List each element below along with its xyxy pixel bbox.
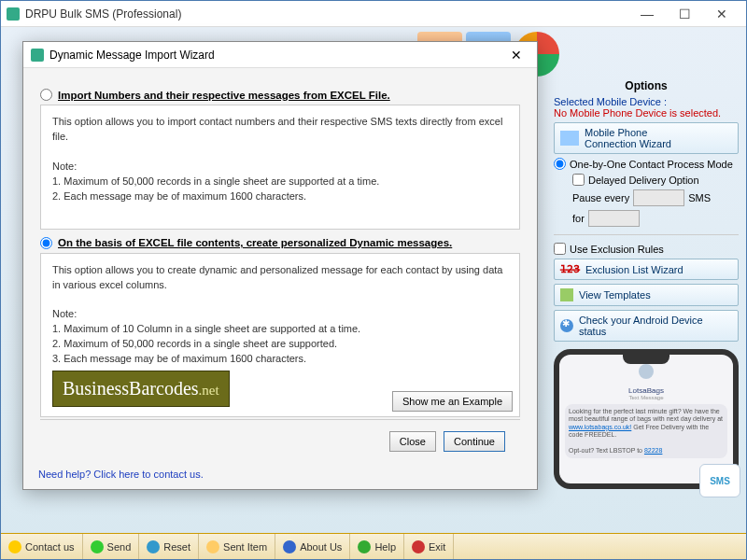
maximize-button[interactable]: ☐ xyxy=(666,2,703,26)
option1-radio[interactable] xyxy=(40,89,52,101)
dialog-close-button[interactable]: ✕ xyxy=(503,48,529,63)
reset-button[interactable]: Reset xyxy=(139,534,199,559)
show-example-button[interactable]: Show me an Example xyxy=(392,391,513,412)
option1-details: This option allows you to import contact… xyxy=(40,105,520,230)
dialog-body: Import Numbers and their respective mess… xyxy=(23,68,537,465)
delayed-delivery-check[interactable]: Delayed Delivery Option xyxy=(554,174,739,186)
option2-label: On the basis of EXCEL file contents, cre… xyxy=(58,237,452,248)
phone-sender: LotsaBags xyxy=(565,386,727,395)
dialog-divider xyxy=(40,419,520,420)
process-mode-radio[interactable]: One-by-One Contact Process Mode xyxy=(554,158,739,170)
info-icon xyxy=(283,540,296,553)
option1-header[interactable]: Import Numbers and their respective mess… xyxy=(40,89,520,101)
phone-meta: Text Message xyxy=(565,395,727,400)
connection-wizard-button[interactable]: Mobile PhoneConnection Wizard xyxy=(554,122,739,154)
titlebar: DRPU Bulk SMS (Professional) — ☐ ✕ xyxy=(1,1,746,27)
window-title: DRPU Bulk SMS (Professional) xyxy=(25,7,628,21)
one-by-one-radio[interactable] xyxy=(554,158,566,170)
help-button[interactable]: Help xyxy=(350,534,404,559)
options-title: Options xyxy=(554,79,739,92)
option2-header[interactable]: On the basis of EXCEL file contents, cre… xyxy=(40,237,520,249)
option2-radio[interactable] xyxy=(40,237,52,249)
continue-button[interactable]: Continue xyxy=(444,431,505,452)
dialog-icon xyxy=(31,49,44,62)
delayed-checkbox[interactable] xyxy=(572,174,585,186)
option1-label: Import Numbers and their respective mess… xyxy=(58,90,390,101)
pause-for-row: for xyxy=(554,210,739,227)
dialog-footer: Close Continue xyxy=(40,424,520,455)
bottom-toolbar: Contact us Send Reset Sent Item About Us… xyxy=(1,533,746,559)
check-android-button[interactable]: Check your Android Device status xyxy=(554,310,739,342)
view-templates-button[interactable]: View Templates xyxy=(554,284,739,306)
exit-button[interactable]: Exit xyxy=(404,534,454,559)
close-button[interactable]: ✕ xyxy=(703,2,740,26)
import-wizard-dialog: Dynamic Message Import Wizard ✕ Import N… xyxy=(22,41,538,490)
pause-every-row: Pause every SMS xyxy=(554,189,739,206)
watermark: BusinessBarcodes.net xyxy=(52,371,230,407)
sent-item-button[interactable]: Sent Item xyxy=(199,534,275,559)
pause-duration-select[interactable] xyxy=(588,210,640,227)
dialog-titlebar: Dynamic Message Import Wizard ✕ xyxy=(23,42,537,68)
send-icon xyxy=(91,540,104,553)
close-dialog-button[interactable]: Close xyxy=(389,431,436,452)
contact-us-button[interactable]: Contact us xyxy=(1,534,83,559)
exclusion-icon: 1̶2̶3̶ xyxy=(560,263,580,275)
send-button[interactable]: Send xyxy=(83,534,140,559)
phone-pc-icon xyxy=(560,131,579,146)
exclusion-list-button[interactable]: 1̶2̶3̶ Exclusion List Wizard xyxy=(554,259,739,280)
sms-badge-icon: SMS xyxy=(699,464,740,497)
avatar-icon xyxy=(639,364,654,379)
pause-count-select[interactable] xyxy=(633,189,684,206)
phone-message: Looking for the perfect last minute gift… xyxy=(565,404,727,458)
exclusion-checkbox[interactable] xyxy=(554,243,566,255)
exit-icon xyxy=(412,540,425,553)
help-icon xyxy=(358,540,371,553)
contact-icon xyxy=(8,540,21,553)
gear-icon xyxy=(560,319,573,332)
template-icon xyxy=(560,288,573,301)
reset-icon xyxy=(147,540,160,553)
selected-device-label: Selected Mobile Device : No Mobile Phone… xyxy=(554,96,739,119)
sent-icon xyxy=(206,540,219,553)
no-device-text: No Mobile Phone Device is selected. xyxy=(554,107,721,119)
app-icon xyxy=(7,7,20,21)
use-exclusion-check[interactable]: Use Exclusion Rules xyxy=(554,243,739,255)
phone-notch xyxy=(623,355,669,364)
minimize-button[interactable]: — xyxy=(628,2,666,26)
dialog-title: Dynamic Message Import Wizard xyxy=(49,49,503,62)
divider xyxy=(554,234,739,235)
help-link[interactable]: Need help? Click here to contact us. xyxy=(23,465,537,489)
about-us-button[interactable]: About Us xyxy=(275,534,350,559)
